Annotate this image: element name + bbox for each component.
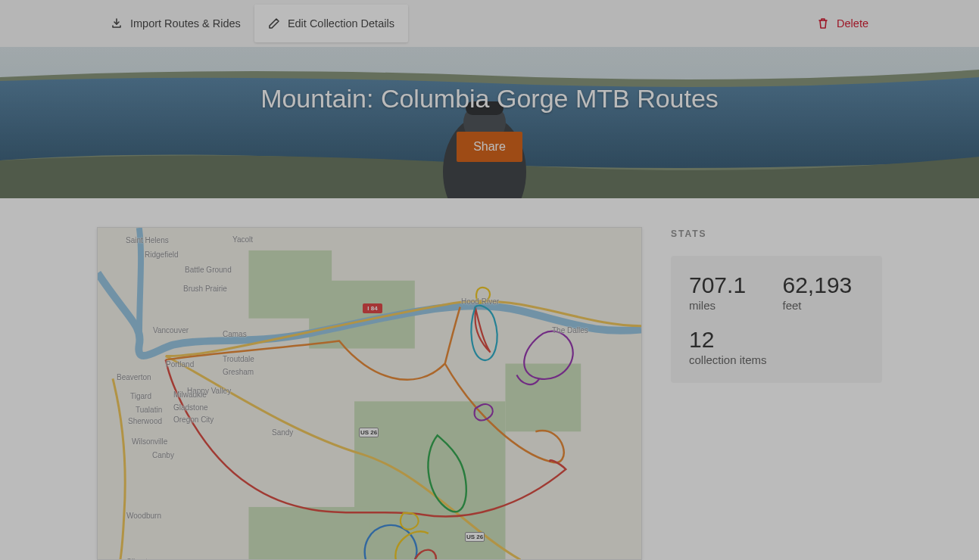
map-place-label: Gladstone [173,403,208,412]
toolbar: Import Routes & Rides Edit Collection De… [0,0,979,47]
map-place-label: Gresham [223,368,254,376]
map-place-label: Beaverton [117,373,151,381]
map-place-label: Tualatin [136,406,162,414]
map-place-label: Portland [166,360,194,369]
stat-distance: 707.1 miles [689,272,771,312]
map-place-label: Camas [223,330,247,338]
map-place-label: Troutdale [223,355,254,363]
map-highway-shield: I 84 [363,303,382,313]
map-place-label: Yacolt [232,235,253,244]
delete-button[interactable]: Delete [803,5,882,42]
map-place-label: Woodburn [126,512,161,520]
map-place-label: Milwaukie [173,390,207,399]
stats-heading: STATS [671,229,882,239]
map-highway-shield: US 26 [465,532,485,542]
route-map[interactable]: Saint HelensRidgefieldBattle GroundBrush… [97,227,642,560]
collection-title: Mountain: Columbia Gorge MTB Routes [260,84,719,114]
map-place-label: Battle Ground [185,266,232,274]
map-place-label: Vancouver [153,326,189,334]
stats-card: 707.1 miles 62,193 feet 12 collection it… [671,256,882,383]
stat-distance-unit: miles [689,299,771,312]
map-highway-shield: US 26 [359,428,379,437]
import-routes-button[interactable]: Import Routes & Rides [97,5,254,42]
map-place-label: Saint Helens [126,236,169,244]
svg-rect-9 [505,363,581,431]
stats-sidebar: STATS 707.1 miles 62,193 feet 12 collect… [671,227,882,383]
hero-image [0,47,979,198]
edit-collection-label: Edit Collection Details [288,17,394,30]
stat-items-value: 12 [689,327,864,352]
map-place-label: Hood River [461,297,499,306]
stat-items-unit: collection items [689,353,864,366]
map-place-label: Brush Prairie [183,285,227,293]
map-place-label: Oregon City [173,415,214,424]
stat-distance-value: 707.1 [689,272,771,297]
share-button[interactable]: Share [457,132,522,162]
import-routes-label: Import Routes & Rides [130,17,241,30]
map-place-label: Sherwood [128,417,162,425]
map-place-label: Canby [152,451,174,459]
delete-label: Delete [837,17,868,30]
svg-rect-8 [248,507,369,560]
stat-items: 12 collection items [689,327,864,366]
download-icon [111,17,123,30]
hero: Mountain: Columbia Gorge MTB Routes Shar… [0,47,979,198]
map-place-label: Ridgefield [145,250,178,259]
edit-collection-button[interactable]: Edit Collection Details [254,5,408,42]
map-place-label: The Dalles [552,326,588,334]
map-place-label: Tigard [130,392,151,400]
stat-elevation-unit: feet [783,299,865,312]
trash-icon [817,17,829,30]
content: Saint HelensRidgefieldBattle GroundBrush… [0,198,979,560]
pencil-icon [268,17,280,30]
stat-elevation-value: 62,193 [783,272,865,297]
stat-elevation: 62,193 feet [783,272,865,312]
map-place-label: Wilsonville [132,437,167,446]
map-place-label: Sandy [272,428,293,437]
